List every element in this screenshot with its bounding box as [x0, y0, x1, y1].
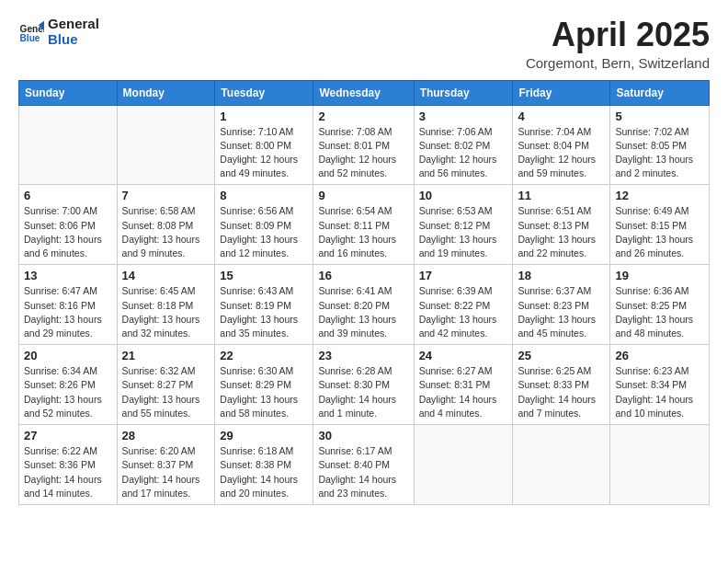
calendar-cell: 2Sunrise: 7:08 AM Sunset: 8:01 PM Daylig…: [313, 105, 414, 185]
calendar-week-2: 6Sunrise: 7:00 AM Sunset: 8:06 PM Daylig…: [19, 185, 710, 265]
calendar-cell: 25Sunrise: 6:25 AM Sunset: 8:33 PM Dayli…: [513, 345, 610, 425]
day-info: Sunrise: 6:53 AM Sunset: 8:12 PM Dayligh…: [419, 204, 508, 260]
day-info: Sunrise: 7:08 AM Sunset: 8:01 PM Dayligh…: [318, 125, 408, 181]
day-number: 16: [318, 269, 408, 282]
weekday-header-row: SundayMondayTuesdayWednesdayThursdayFrid…: [19, 80, 710, 105]
day-info: Sunrise: 6:49 AM Sunset: 8:15 PM Dayligh…: [615, 204, 704, 260]
calendar-cell: 9Sunrise: 6:54 AM Sunset: 8:11 PM Daylig…: [313, 185, 414, 265]
day-info: Sunrise: 6:41 AM Sunset: 8:20 PM Dayligh…: [318, 284, 408, 340]
calendar-body: 1Sunrise: 7:10 AM Sunset: 8:00 PM Daylig…: [19, 105, 710, 504]
day-number: 29: [220, 429, 308, 442]
day-info: Sunrise: 6:36 AM Sunset: 8:25 PM Dayligh…: [615, 284, 704, 340]
day-info: Sunrise: 7:02 AM Sunset: 8:05 PM Dayligh…: [615, 125, 704, 181]
calendar-cell: 1Sunrise: 7:10 AM Sunset: 8:00 PM Daylig…: [215, 105, 313, 185]
day-number: 10: [419, 189, 508, 202]
calendar-cell: 5Sunrise: 7:02 AM Sunset: 8:05 PM Daylig…: [610, 105, 710, 185]
day-number: 2: [318, 109, 408, 123]
day-number: 30: [318, 429, 408, 442]
day-number: 1: [220, 109, 308, 123]
day-number: 28: [122, 429, 210, 442]
calendar-week-5: 27Sunrise: 6:22 AM Sunset: 8:36 PM Dayli…: [19, 425, 710, 505]
calendar-cell: 7Sunrise: 6:58 AM Sunset: 8:08 PM Daylig…: [117, 185, 215, 265]
day-info: Sunrise: 6:39 AM Sunset: 8:22 PM Dayligh…: [419, 284, 508, 340]
day-info: Sunrise: 6:25 AM Sunset: 8:33 PM Dayligh…: [518, 364, 605, 420]
logo: General Blue General Blue: [18, 17, 99, 47]
weekday-tuesday: Tuesday: [215, 80, 313, 105]
logo-blue: Blue: [48, 32, 99, 48]
day-number: 11: [518, 189, 605, 202]
calendar-cell: 30Sunrise: 6:17 AM Sunset: 8:40 PM Dayli…: [313, 425, 414, 505]
page: General Blue General Blue April 2025 Cor…: [0, 0, 728, 563]
subtitle: Corgemont, Bern, Switzerland: [526, 55, 710, 71]
day-number: 18: [518, 269, 605, 282]
calendar-cell: 15Sunrise: 6:43 AM Sunset: 8:19 PM Dayli…: [215, 265, 313, 345]
calendar-cell: 21Sunrise: 6:32 AM Sunset: 8:27 PM Dayli…: [117, 345, 215, 425]
calendar-cell: 17Sunrise: 6:39 AM Sunset: 8:22 PM Dayli…: [414, 265, 513, 345]
day-number: 7: [122, 189, 210, 202]
day-info: Sunrise: 6:37 AM Sunset: 8:23 PM Dayligh…: [518, 284, 605, 340]
calendar-cell: 29Sunrise: 6:18 AM Sunset: 8:38 PM Dayli…: [215, 425, 313, 505]
day-info: Sunrise: 6:28 AM Sunset: 8:30 PM Dayligh…: [318, 364, 408, 420]
weekday-thursday: Thursday: [414, 80, 513, 105]
day-info: Sunrise: 7:04 AM Sunset: 8:04 PM Dayligh…: [518, 125, 605, 181]
calendar-cell: 16Sunrise: 6:41 AM Sunset: 8:20 PM Dayli…: [313, 265, 414, 345]
day-number: 19: [615, 269, 704, 282]
day-number: 27: [24, 429, 112, 442]
calendar-cell: [117, 105, 215, 185]
main-title: April 2025: [526, 17, 710, 53]
calendar-week-4: 20Sunrise: 6:34 AM Sunset: 8:26 PM Dayli…: [19, 345, 710, 425]
calendar-cell: 20Sunrise: 6:34 AM Sunset: 8:26 PM Dayli…: [19, 345, 118, 425]
calendar-week-1: 1Sunrise: 7:10 AM Sunset: 8:00 PM Daylig…: [19, 105, 710, 185]
day-number: 15: [220, 269, 308, 282]
calendar-cell: 23Sunrise: 6:28 AM Sunset: 8:30 PM Dayli…: [313, 345, 414, 425]
calendar-cell: 26Sunrise: 6:23 AM Sunset: 8:34 PM Dayli…: [610, 345, 710, 425]
day-info: Sunrise: 6:23 AM Sunset: 8:34 PM Dayligh…: [615, 364, 704, 420]
weekday-friday: Friday: [513, 80, 610, 105]
day-number: 5: [615, 109, 704, 123]
title-block: April 2025 Corgemont, Bern, Switzerland: [526, 17, 710, 71]
day-number: 8: [220, 189, 308, 202]
day-number: 12: [615, 189, 704, 202]
calendar-cell: 19Sunrise: 6:36 AM Sunset: 8:25 PM Dayli…: [610, 265, 710, 345]
day-info: Sunrise: 7:10 AM Sunset: 8:00 PM Dayligh…: [220, 125, 308, 181]
calendar-cell: 12Sunrise: 6:49 AM Sunset: 8:15 PM Dayli…: [610, 185, 710, 265]
day-info: Sunrise: 6:32 AM Sunset: 8:27 PM Dayligh…: [122, 364, 210, 420]
weekday-sunday: Sunday: [19, 80, 118, 105]
calendar-header: SundayMondayTuesdayWednesdayThursdayFrid…: [19, 80, 710, 105]
calendar-cell: 27Sunrise: 6:22 AM Sunset: 8:36 PM Dayli…: [19, 425, 118, 505]
day-info: Sunrise: 6:18 AM Sunset: 8:38 PM Dayligh…: [220, 444, 308, 500]
calendar: SundayMondayTuesdayWednesdayThursdayFrid…: [18, 80, 710, 505]
calendar-cell: 10Sunrise: 6:53 AM Sunset: 8:12 PM Dayli…: [414, 185, 513, 265]
day-info: Sunrise: 6:34 AM Sunset: 8:26 PM Dayligh…: [24, 364, 112, 420]
day-number: 3: [419, 109, 508, 123]
calendar-cell: [610, 425, 710, 505]
day-info: Sunrise: 6:45 AM Sunset: 8:18 PM Dayligh…: [122, 284, 210, 340]
calendar-cell: 14Sunrise: 6:45 AM Sunset: 8:18 PM Dayli…: [117, 265, 215, 345]
day-number: 24: [419, 349, 508, 362]
day-number: 23: [318, 349, 408, 362]
day-number: 4: [518, 109, 605, 123]
calendar-cell: [414, 425, 513, 505]
calendar-cell: 13Sunrise: 6:47 AM Sunset: 8:16 PM Dayli…: [19, 265, 118, 345]
calendar-cell: 8Sunrise: 6:56 AM Sunset: 8:09 PM Daylig…: [215, 185, 313, 265]
day-number: 14: [122, 269, 210, 282]
day-number: 25: [518, 349, 605, 362]
day-number: 22: [220, 349, 308, 362]
header: General Blue General Blue April 2025 Cor…: [18, 17, 710, 71]
day-number: 9: [318, 189, 408, 202]
day-info: Sunrise: 6:54 AM Sunset: 8:11 PM Dayligh…: [318, 204, 408, 260]
day-info: Sunrise: 6:58 AM Sunset: 8:08 PM Dayligh…: [122, 204, 210, 260]
day-info: Sunrise: 6:20 AM Sunset: 8:37 PM Dayligh…: [122, 444, 210, 500]
day-info: Sunrise: 6:27 AM Sunset: 8:31 PM Dayligh…: [419, 364, 508, 420]
day-number: 13: [24, 269, 112, 282]
svg-text:Blue: Blue: [20, 33, 40, 43]
weekday-monday: Monday: [117, 80, 215, 105]
day-info: Sunrise: 6:56 AM Sunset: 8:09 PM Dayligh…: [220, 204, 308, 260]
calendar-cell: 4Sunrise: 7:04 AM Sunset: 8:04 PM Daylig…: [513, 105, 610, 185]
calendar-cell: [513, 425, 610, 505]
day-info: Sunrise: 6:51 AM Sunset: 8:13 PM Dayligh…: [518, 204, 605, 260]
calendar-cell: [19, 105, 118, 185]
calendar-cell: 28Sunrise: 6:20 AM Sunset: 8:37 PM Dayli…: [117, 425, 215, 505]
day-number: 26: [615, 349, 704, 362]
calendar-cell: 11Sunrise: 6:51 AM Sunset: 8:13 PM Dayli…: [513, 185, 610, 265]
